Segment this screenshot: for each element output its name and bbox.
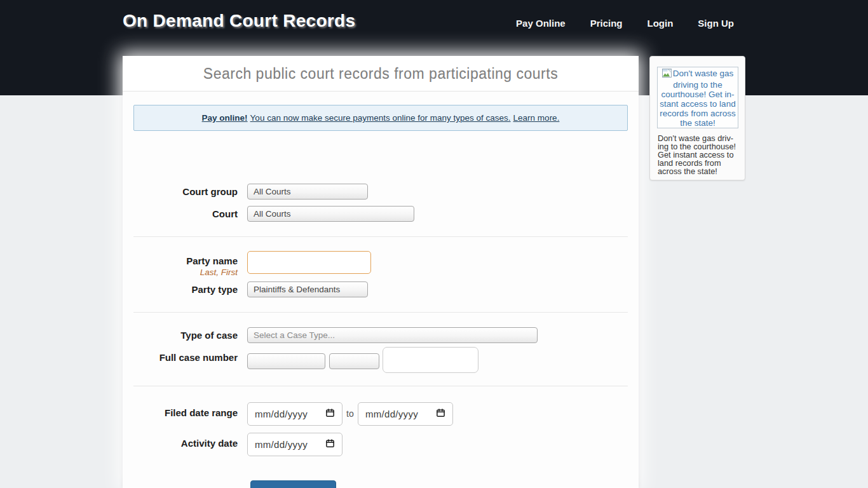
ad-alt-line: driving to the (659, 80, 736, 90)
ad-caption-line: across the state! (658, 167, 740, 175)
case-number-part2-select[interactable] (329, 353, 379, 369)
search-form: Pay online! You can now make secure paym… (123, 92, 639, 487)
court-select[interactable]: All Courts (247, 206, 414, 222)
case-type-label: Type of case (123, 328, 238, 343)
ad-alt-line: stant access to land (659, 99, 736, 109)
filed-date-to-input[interactable]: mm/dd/yyyy (358, 402, 453, 426)
banner-bold-text: Pay online! (202, 113, 248, 123)
court-label: Court (123, 207, 238, 222)
ad-alt-line: Don't waste gas (673, 69, 734, 78)
ad-alt-line: the state! (659, 118, 736, 128)
filed-date-from-input[interactable]: mm/dd/yyyy (247, 402, 342, 426)
court-group-select[interactable]: All Courts (247, 184, 368, 200)
ad-alt-line: courthouse! Get in- (659, 90, 736, 99)
case-type-select[interactable]: Select a Case Type... (247, 327, 538, 343)
search-card: Search public court records from partici… (123, 56, 639, 488)
ad-image-placeholder[interactable]: Don't waste gas driving to the courthous… (657, 67, 738, 128)
party-name-label: Party name (123, 254, 238, 269)
calendar-icon[interactable] (325, 438, 335, 451)
filed-date-from-placeholder: mm/dd/yyyy (255, 409, 308, 419)
calendar-icon[interactable] (436, 408, 445, 420)
party-name-hint: Last, First (123, 268, 238, 277)
court-value: All Courts (254, 209, 291, 219)
filed-date-to-placeholder: mm/dd/yyyy (365, 409, 418, 419)
nav-pricing[interactable]: Pricing (590, 18, 623, 29)
full-case-number-label: Full case number (123, 350, 238, 365)
case-number-input[interactable] (383, 347, 478, 373)
calendar-icon[interactable] (325, 408, 335, 420)
filed-date-range-label: Filed date range (123, 405, 238, 421)
sidebar-ad[interactable]: Don't waste gas driving to the courthous… (649, 56, 745, 180)
party-type-label: Party type (123, 282, 238, 297)
page: On Demand Court Records Pay Online Prici… (0, 0, 868, 488)
activity-date-input[interactable]: mm/dd/yyyy (247, 433, 342, 456)
ad-alt-line: records from across (659, 109, 736, 118)
date-range-separator: to (346, 402, 354, 426)
section-divider (133, 386, 628, 386)
activity-date-placeholder: mm/dd/yyyy (255, 439, 308, 450)
court-group-value: All Courts (254, 187, 291, 196)
page-title: Search public court records from partici… (123, 56, 639, 92)
party-type-value: Plaintiffs & Defendants (254, 285, 340, 294)
search-for-cases-button[interactable]: Search for cases (250, 480, 336, 488)
section-divider (133, 236, 628, 237)
pay-online-banner-link[interactable]: Pay online! You can now make secure paym… (133, 105, 628, 131)
section-divider (133, 312, 628, 313)
case-type-value: Select a Case Type... (254, 330, 335, 340)
nav-login[interactable]: Login (648, 18, 674, 29)
brand-logo[interactable]: On Demand Court Records (123, 11, 355, 31)
main-nav: Pay Online Pricing Login Sign Up (516, 18, 734, 29)
party-type-select[interactable]: Plaintiffs & Defendants (247, 281, 368, 297)
ad-caption: Don't waste gas driv- ing to the courtho… (658, 134, 740, 175)
banner-text: You can now make secure payments online … (250, 113, 511, 123)
banner-learn-more: Learn more. (513, 113, 560, 123)
nav-sign-up[interactable]: Sign Up (698, 18, 734, 29)
nav-pay-online[interactable]: Pay Online (516, 18, 566, 29)
case-number-part1-select[interactable] (247, 353, 325, 369)
court-group-label: Court group (123, 184, 238, 200)
broken-image-icon (662, 69, 672, 80)
party-name-input[interactable] (247, 251, 371, 274)
activity-date-label: Activity date (123, 436, 238, 451)
